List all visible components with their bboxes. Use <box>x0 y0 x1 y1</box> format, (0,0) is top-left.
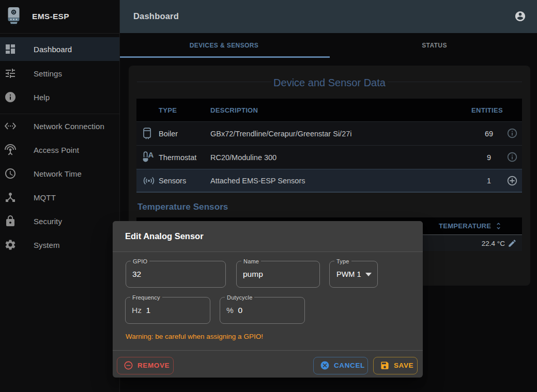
svg-text:A: A <box>148 150 154 159</box>
